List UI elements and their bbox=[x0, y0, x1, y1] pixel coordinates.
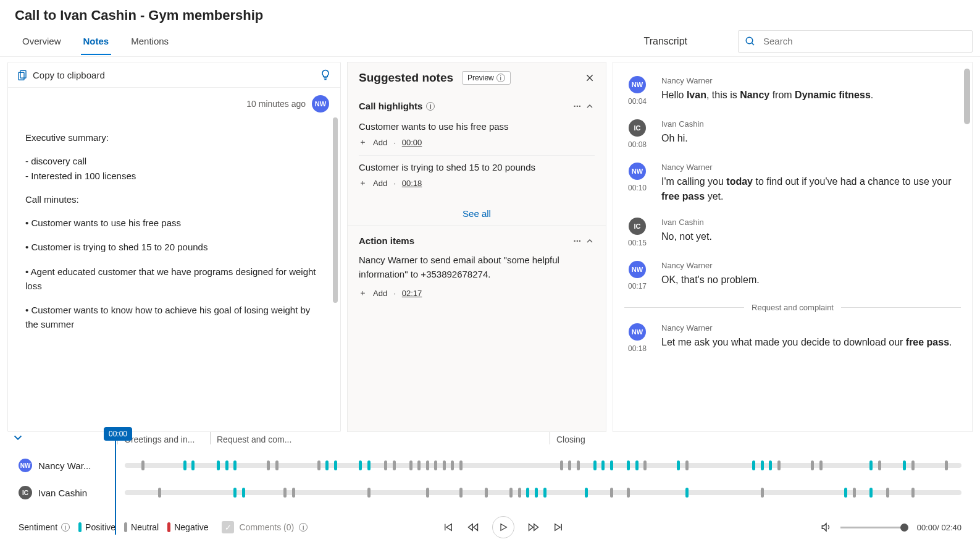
lane-name: Ivan Cashin bbox=[38, 488, 87, 498]
search-icon bbox=[745, 36, 756, 47]
suggestions-bulb-button[interactable] bbox=[319, 69, 332, 81]
exec-line: - discovery call bbox=[25, 154, 323, 168]
svg-marker-10 bbox=[501, 524, 506, 531]
action-item-text: Nancy Warner to send email about "some h… bbox=[359, 250, 595, 282]
highlight-text: Customer wants to use his free pass bbox=[359, 121, 595, 132]
highlights-heading: Call highlights bbox=[359, 101, 422, 111]
transcript-time: 00:18 bbox=[628, 344, 647, 353]
highlight-item: Customer is trying to shed 15 to 20 poun… bbox=[359, 156, 595, 196]
volume-button[interactable] bbox=[821, 522, 832, 533]
exec-summary-heading: Executive summary: bbox=[25, 130, 323, 145]
transcript-text: Oh hi. bbox=[661, 131, 961, 146]
skip-back-button[interactable] bbox=[443, 522, 454, 533]
skip-forward-button[interactable] bbox=[553, 522, 564, 533]
playhead-badge[interactable]: 00:00 bbox=[104, 427, 132, 441]
rewind-button[interactable] bbox=[467, 522, 479, 533]
expand-toggle[interactable] bbox=[11, 431, 25, 444]
timeline-track[interactable] bbox=[125, 463, 961, 468]
timeline-segment[interactable]: Request and com... bbox=[210, 432, 550, 444]
transcript-time: 00:10 bbox=[628, 184, 647, 192]
highlight-timestamp-link[interactable]: 00:00 bbox=[402, 138, 422, 147]
speaker-name: Ivan Cashin bbox=[661, 119, 961, 129]
transcript-row[interactable]: NW 00:10 Nancy Warner I'm calling you to… bbox=[624, 158, 961, 213]
search-box[interactable] bbox=[738, 30, 973, 53]
chevron-up-icon bbox=[585, 101, 595, 111]
play-button[interactable] bbox=[492, 516, 514, 538]
scrollbar-thumb[interactable] bbox=[333, 117, 338, 303]
collapse-button[interactable] bbox=[585, 101, 595, 111]
skip-forward-icon bbox=[553, 522, 564, 533]
info-icon: i bbox=[299, 523, 308, 532]
highlight-item: Customer wants to use his free pass ＋ Ad… bbox=[359, 115, 595, 156]
preview-badge[interactable]: Preview i bbox=[462, 71, 511, 85]
search-input[interactable] bbox=[762, 35, 966, 47]
comments-toggle[interactable]: ✓ Comments (0) i bbox=[222, 521, 308, 533]
svg-line-1 bbox=[752, 43, 754, 45]
more-button[interactable]: ··· bbox=[573, 101, 581, 111]
transcript-row[interactable]: NW 00:17 Nancy Warner OK, that's no prob… bbox=[624, 256, 961, 299]
lane-avatar: IC bbox=[19, 486, 32, 499]
add-action-button[interactable]: ＋ bbox=[359, 287, 367, 299]
transcript-text: No, not yet. bbox=[661, 229, 961, 244]
info-icon[interactable]: i bbox=[61, 523, 70, 532]
sentiment-label: Sentiment bbox=[19, 522, 57, 532]
speaker-name: Nancy Warner bbox=[661, 76, 961, 85]
bottom-bar: Sentiment i Positive Neutral Negative ✓ … bbox=[0, 510, 980, 547]
volume-icon bbox=[821, 522, 832, 533]
timeline-segment[interactable]: Closing bbox=[550, 432, 902, 444]
collapse-button[interactable] bbox=[585, 236, 595, 246]
tab-overview[interactable]: Overview bbox=[20, 27, 64, 55]
transcript-row[interactable]: IC 00:08 Ivan Cashin Oh hi. bbox=[624, 114, 961, 158]
transcript-text: OK, that's no problem. bbox=[661, 273, 961, 287]
info-icon[interactable]: i bbox=[426, 102, 435, 111]
transcript-heading: Transcript bbox=[643, 36, 687, 47]
lane-avatar: NW bbox=[19, 459, 32, 472]
title-bar: Call to Ivan Cashin - Gym membership bbox=[0, 0, 980, 26]
minute-item: • Customer wants to use his free pass bbox=[25, 216, 323, 230]
speaker-name: Nancy Warner bbox=[661, 323, 961, 333]
legend-positive: Positive bbox=[78, 522, 115, 532]
action-timestamp-link[interactable]: 02:17 bbox=[402, 289, 422, 298]
suggested-title: Suggested notes bbox=[359, 71, 453, 85]
speaker-name: Ivan Cashin bbox=[661, 218, 961, 227]
scrollbar-thumb[interactable] bbox=[964, 69, 970, 124]
highlight-timestamp-link[interactable]: 00:18 bbox=[402, 179, 422, 188]
forward-button[interactable] bbox=[528, 522, 539, 533]
timeline-track[interactable] bbox=[125, 490, 961, 495]
speaker-avatar: IC bbox=[629, 119, 646, 137]
transcript-text: I'm calling you today to find out if you… bbox=[661, 174, 961, 204]
volume-thumb[interactable] bbox=[900, 524, 908, 532]
highlight-text: Customer is trying to shed 15 to 20 poun… bbox=[359, 162, 595, 172]
see-all-link[interactable]: See all bbox=[348, 200, 606, 226]
playhead-line[interactable] bbox=[115, 441, 116, 535]
tabs: Overview Notes Mentions bbox=[7, 27, 171, 55]
speaker-avatar: NW bbox=[629, 323, 646, 341]
tab-notes[interactable]: Notes bbox=[81, 27, 112, 55]
transcript-row[interactable]: NW 00:18 Nancy Warner Let me ask you wha… bbox=[624, 318, 961, 362]
transcript-text: Let me ask you what made you decide to d… bbox=[661, 335, 961, 350]
svg-marker-13 bbox=[555, 524, 560, 531]
transcript-time: 00:08 bbox=[628, 140, 647, 149]
transcript-row[interactable]: IC 00:15 Ivan Cashin No, not yet. bbox=[624, 213, 961, 256]
transcript-panel: NW 00:04 Nancy Warner Hello Ivan, this i… bbox=[613, 62, 973, 432]
svg-marker-7 bbox=[446, 524, 451, 531]
tab-mentions[interactable]: Mentions bbox=[128, 27, 171, 55]
more-button[interactable]: ··· bbox=[573, 235, 581, 246]
close-suggested-button[interactable] bbox=[585, 73, 595, 83]
speaker-avatar: NW bbox=[629, 163, 646, 180]
transcript-time: 00:04 bbox=[628, 97, 647, 106]
rewind-icon bbox=[467, 522, 479, 533]
chevron-up-icon bbox=[585, 236, 595, 246]
svg-marker-15 bbox=[822, 524, 826, 531]
notes-body[interactable]: Executive summary: - discovery call - In… bbox=[8, 115, 340, 337]
bulb-icon bbox=[319, 69, 332, 81]
transcript-row[interactable]: NW 00:04 Nancy Warner Hello Ivan, this i… bbox=[624, 71, 961, 114]
add-highlight-button[interactable]: ＋ bbox=[359, 137, 367, 148]
page-title: Call to Ivan Cashin - Gym membership bbox=[15, 7, 965, 23]
svg-marker-12 bbox=[534, 524, 538, 531]
volume-slider[interactable] bbox=[840, 527, 908, 528]
copy-to-clipboard-button[interactable]: Copy to clipboard bbox=[17, 69, 105, 80]
copy-label: Copy to clipboard bbox=[33, 70, 105, 80]
add-highlight-button[interactable]: ＋ bbox=[359, 177, 367, 189]
svg-rect-3 bbox=[19, 72, 24, 80]
